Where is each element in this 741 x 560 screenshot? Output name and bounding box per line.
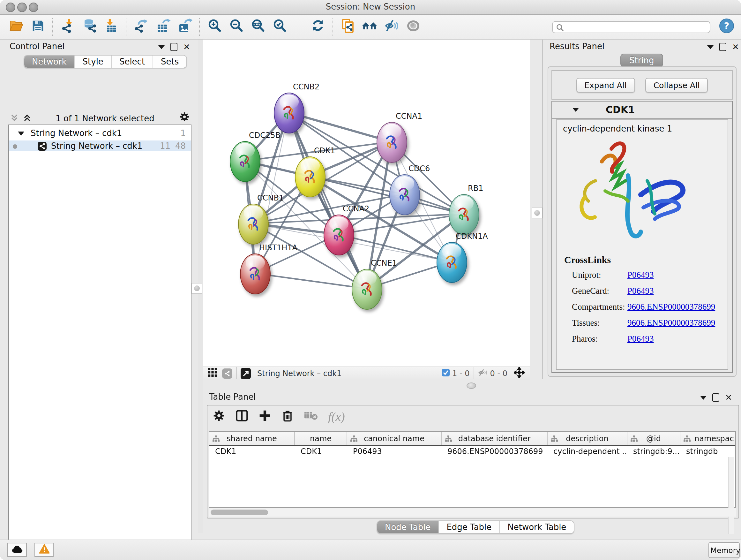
network-node-cdk1[interactable] [295, 157, 326, 197]
tab-select[interactable]: Select [112, 56, 153, 68]
scrollbar-thumb[interactable] [211, 509, 268, 515]
right-splitter-handle[interactable] [532, 207, 542, 219]
network-edge[interactable] [338, 234, 451, 262]
network-node-rb1[interactable] [449, 194, 479, 235]
network-node-cdkn1a[interactable] [436, 242, 467, 283]
table-cell[interactable]: stringdb [680, 446, 734, 458]
table-row[interactable]: CDK1CDK1P064939606.ENSP00000378699cyclin… [209, 446, 735, 458]
crosslink-value-link[interactable]: 9606.ENSP00000378699 [627, 318, 715, 328]
collapse-gene-icon[interactable] [572, 108, 579, 112]
search-input[interactable] [552, 21, 711, 34]
table-cell[interactable]: CDK1 [209, 446, 295, 458]
tree-expander-icon[interactable] [18, 128, 24, 138]
network-node-ccne1[interactable] [352, 269, 382, 310]
panel-menu-icon[interactable] [158, 45, 165, 49]
tab-network-table[interactable]: Network Table [500, 521, 574, 533]
table-column-header-name[interactable]: name [295, 432, 347, 445]
fit-content-crosshair-icon[interactable] [514, 367, 525, 380]
import-table-button[interactable] [100, 16, 122, 38]
float-panel-icon[interactable] [719, 43, 726, 51]
network-node-ccna2[interactable] [324, 214, 354, 255]
export-table-button[interactable] [152, 16, 174, 38]
horizontal-splitter-handle[interactable] [467, 382, 476, 389]
birdseye-grid-icon[interactable] [208, 368, 218, 379]
save-session-button[interactable] [27, 16, 49, 38]
tab-sets[interactable]: Sets [153, 56, 186, 68]
crosslink-value-link[interactable]: P06493 [627, 286, 654, 296]
help-button[interactable]: ? [716, 16, 737, 38]
network-node-ccna1[interactable] [377, 122, 407, 163]
cloud-button[interactable] [7, 543, 27, 557]
float-panel-icon[interactable] [171, 43, 178, 51]
tab-string[interactable]: String [620, 54, 663, 67]
warning-button[interactable] [35, 543, 54, 557]
homes-button[interactable] [359, 16, 381, 38]
tab-style[interactable]: Style [75, 56, 112, 68]
network-collection-row[interactable]: String Network – cdk1 1 [9, 128, 191, 138]
expand-all-button[interactable]: Expand All [576, 78, 635, 92]
network-node-cdc25b[interactable] [230, 141, 260, 182]
zoom-window-icon[interactable] [29, 3, 38, 12]
float-panel-icon[interactable] [712, 393, 719, 401]
open-session-button[interactable] [5, 16, 27, 38]
minimize-window-icon[interactable] [17, 3, 27, 12]
table-cell[interactable]: P06493 [347, 446, 442, 458]
left-splitter-handle[interactable] [192, 283, 202, 294]
hide-panel-button[interactable] [381, 16, 402, 38]
network-node-cdc6[interactable] [389, 174, 420, 215]
collapse-all-button[interactable]: Collapse All [645, 78, 708, 92]
close-panel-icon[interactable]: ✕ [183, 44, 190, 51]
open-in-new-icon[interactable] [241, 368, 251, 379]
network-canvas[interactable]: CCNB2CCNA1CDC25BCDK1CDC6RB1CCNB1CCNA2CDK… [203, 40, 530, 367]
gene-section-header[interactable]: CDK1 [552, 102, 732, 119]
zoom-selected-button[interactable] [269, 16, 290, 38]
crosslink-value-link[interactable]: P06493 [627, 270, 654, 280]
close-panel-icon[interactable]: ✕ [725, 394, 732, 401]
add-column-icon[interactable] [259, 409, 271, 425]
close-window-icon[interactable] [6, 3, 15, 12]
network-node-ccnb2[interactable] [274, 92, 305, 133]
expand-all-networks-icon[interactable] [23, 112, 31, 124]
tab-node-table[interactable]: Node Table [377, 521, 439, 533]
network-edge[interactable] [255, 273, 366, 289]
delete-column-icon[interactable] [281, 409, 293, 425]
table-horizontal-scrollbar[interactable] [209, 508, 736, 516]
import-network-button[interactable] [57, 16, 78, 38]
network-node-hist1h1a[interactable] [240, 253, 271, 294]
table-column-header-shared-name[interactable]: shared name [209, 432, 295, 445]
table-column-header-canonical-name[interactable]: canonical name [347, 432, 442, 445]
collapse-all-networks-icon[interactable] [10, 112, 18, 124]
table-cell[interactable]: cyclin-dependent ... [548, 446, 627, 458]
table-cell[interactable]: 9606.ENSP00000378699 [442, 446, 548, 458]
highlight-button[interactable] [402, 16, 424, 38]
network-edge[interactable] [288, 112, 366, 289]
table-vertical-scrollbar[interactable] [728, 457, 734, 534]
table-column-header-database-identifier[interactable]: database identifier [442, 432, 548, 445]
zoom-out-button[interactable] [225, 16, 247, 38]
zoom-fit-button[interactable] [247, 16, 269, 38]
gear-icon[interactable] [179, 111, 190, 125]
tab-network[interactable]: Network [24, 56, 75, 68]
network-node-ccnb1[interactable] [238, 204, 269, 245]
network-row-selected[interactable]: String Network – cdk1 11 48 [9, 140, 191, 151]
import-network-from-database-button[interactable] [78, 16, 100, 38]
close-panel-icon[interactable]: ✕ [732, 44, 739, 51]
table-gear-icon[interactable] [212, 409, 225, 425]
memory-button[interactable]: Memory [709, 542, 740, 558]
tab-edge-table[interactable]: Edge Table [439, 521, 500, 533]
export-image-button[interactable] [174, 16, 195, 38]
table-column-header-namespace[interactable]: namespace [680, 432, 734, 445]
checkbox-icon[interactable] [441, 368, 450, 379]
network-type-icon[interactable] [222, 368, 232, 379]
table-cell[interactable]: CDK1 [295, 446, 347, 458]
crosslink-value-link[interactable]: P06493 [627, 334, 654, 344]
panel-menu-icon[interactable] [700, 395, 706, 399]
export-network-button[interactable] [130, 16, 152, 38]
table-cell[interactable]: stringdb:9... [627, 446, 680, 458]
crosslink-value-link[interactable]: 9606.ENSP00000378699 [627, 302, 715, 312]
table-column-header--id[interactable]: @id [627, 432, 680, 445]
table-column-header-description[interactable]: description [548, 432, 627, 445]
panel-menu-icon[interactable] [707, 45, 714, 49]
zoom-in-button[interactable] [204, 16, 225, 38]
share-session-button[interactable] [337, 16, 359, 38]
